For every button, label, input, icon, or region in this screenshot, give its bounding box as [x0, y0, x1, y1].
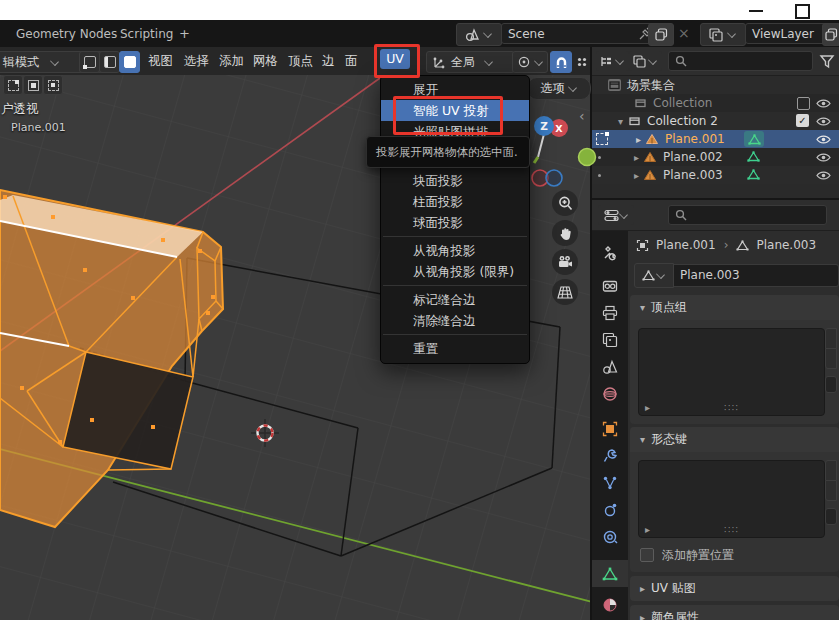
- filter-icon[interactable]: [819, 54, 835, 69]
- menu-item-sphere-projection[interactable]: 球面投影: [381, 212, 529, 233]
- color-attributes-panel-header[interactable]: ▸ 颜色属性: [630, 605, 839, 620]
- outliner-search-input[interactable]: [668, 51, 813, 71]
- select-option-extend-button[interactable]: [23, 75, 43, 95]
- scene-type-dropdown[interactable]: [456, 23, 502, 46]
- mesh-data-icon[interactable]: [747, 169, 760, 180]
- eye-icon[interactable]: [816, 134, 831, 145]
- select-option-set-button[interactable]: [3, 75, 23, 95]
- outliner-row-plane-002[interactable]: ▸ Plane.002: [592, 148, 839, 166]
- breadcrumb-data[interactable]: Plane.003: [756, 238, 816, 252]
- add-shape-key-button[interactable]: [825, 460, 837, 481]
- disclosure-open-icon[interactable]: ▾: [618, 116, 623, 127]
- remove-vertex-group-button[interactable]: [825, 348, 837, 369]
- vertex-select-mode-button[interactable]: [79, 51, 100, 73]
- mesh-datablock-dropdown[interactable]: [634, 263, 674, 288]
- menu-item-clear-seam[interactable]: 清除缝合边: [381, 310, 529, 331]
- maximize-button[interactable]: [795, 4, 810, 19]
- snap-toggle-button[interactable]: [550, 51, 572, 73]
- menu-item-mark-seam[interactable]: 标记缝合边: [381, 289, 529, 310]
- tab-view-layer[interactable]: [592, 326, 628, 353]
- minimize-button[interactable]: [749, 10, 763, 12]
- disclosure-icon[interactable]: ▸: [634, 170, 639, 181]
- tab-scripting[interactable]: Scripting: [120, 27, 173, 41]
- menu-vertex[interactable]: 顶点: [288, 53, 313, 70]
- vertex-groups-header[interactable]: ▾ 顶点组: [630, 295, 839, 320]
- menu-face[interactable]: 面: [345, 53, 358, 70]
- remove-shape-key-button[interactable]: [825, 480, 837, 501]
- sidebar-collapse-arrow[interactable]: ‹: [579, 108, 585, 124]
- outliner-row-scene-collection[interactable]: 场景集合: [592, 76, 839, 94]
- menu-item-project-from-view[interactable]: 从视角投影: [381, 240, 529, 261]
- scene-new-copy-button[interactable]: [648, 23, 674, 46]
- shape-key-specials-button[interactable]: [825, 508, 837, 525]
- add-rest-position-checkbox[interactable]: [640, 548, 654, 562]
- outliner-row-collection-2[interactable]: ▾ Collection 2 ✓: [592, 112, 839, 130]
- menu-item-reset[interactable]: 重置: [381, 338, 529, 359]
- menu-view[interactable]: 视图: [148, 53, 173, 70]
- pivot-point-dropdown[interactable]: [512, 51, 548, 73]
- menu-select[interactable]: 选择: [184, 53, 209, 70]
- mesh-data-icon-active[interactable]: [744, 131, 764, 147]
- tab-physics[interactable]: [592, 496, 628, 523]
- menu-item-cylinder-projection[interactable]: 柱面投影: [381, 191, 529, 212]
- shape-keys-header[interactable]: ▾ 形态键: [630, 427, 839, 452]
- disclosure-icon[interactable]: ▸: [634, 152, 639, 163]
- zoom-view-button[interactable]: [552, 190, 578, 216]
- tab-render[interactable]: [592, 272, 628, 299]
- viewlayer-type-dropdown[interactable]: [700, 23, 746, 46]
- outliner-row-plane-001[interactable]: ▸ Plane.001: [592, 130, 839, 148]
- add-vertex-group-button[interactable]: [825, 328, 837, 349]
- list-resize-grip[interactable]: ···· ····: [724, 526, 739, 534]
- vertex-group-specials-button[interactable]: [825, 376, 837, 393]
- edge-select-mode-button[interactable]: [99, 51, 120, 73]
- menu-uv[interactable]: UV: [380, 49, 410, 69]
- tab-output[interactable]: [592, 299, 628, 326]
- eye-icon[interactable]: [816, 152, 831, 163]
- proportional-editing-button[interactable]: [572, 51, 592, 73]
- add-workspace-tab[interactable]: +: [179, 26, 190, 41]
- camera-view-button[interactable]: [552, 249, 578, 275]
- list-expand-icon[interactable]: ▸: [645, 402, 650, 413]
- scene-name-field[interactable]: Scene: [501, 23, 659, 44]
- transform-orientation-dropdown[interactable]: 全局: [426, 51, 515, 73]
- mesh-data-icon[interactable]: [747, 151, 760, 162]
- menu-edge[interactable]: 边: [322, 53, 335, 70]
- eye-icon[interactable]: [816, 170, 831, 181]
- outliner-row-collection[interactable]: Collection: [592, 94, 839, 112]
- menu-add[interactable]: 添加: [219, 53, 244, 70]
- eye-icon[interactable]: [816, 98, 831, 109]
- menu-item-cube-projection[interactable]: 块面投影: [381, 170, 529, 191]
- tab-world[interactable]: [592, 380, 628, 407]
- navigation-gizmo[interactable]: X Z: [525, 100, 605, 200]
- add-rest-position-row[interactable]: 添加静置位置: [640, 544, 839, 566]
- tab-scene[interactable]: [592, 353, 628, 380]
- disclosure-icon[interactable]: ▸: [636, 134, 641, 145]
- menu-item-smart-uv-project[interactable]: 智能 UV 投射: [381, 100, 529, 121]
- exclude-checkbox-checked[interactable]: ✓: [796, 114, 809, 127]
- face-select-mode-button[interactable]: [119, 51, 140, 73]
- editor-type-dropdown[interactable]: [598, 205, 634, 225]
- properties-search-input[interactable]: [668, 205, 827, 225]
- tab-tool[interactable]: [592, 239, 628, 266]
- breadcrumb-object[interactable]: Plane.001: [656, 238, 716, 252]
- options-dropdown[interactable]: 选项: [527, 77, 591, 100]
- tab-particles[interactable]: [592, 469, 628, 496]
- mesh-name-field[interactable]: Plane.003: [674, 264, 839, 287]
- display-mode-dropdown[interactable]: [629, 51, 662, 71]
- viewlayer-name-field[interactable]: ViewLayer: [745, 23, 833, 44]
- tab-material[interactable]: [592, 591, 628, 618]
- select-option-subtract-button[interactable]: [43, 75, 63, 95]
- viewlayer-new-button[interactable]: [822, 23, 839, 46]
- outliner-row-plane-003[interactable]: ▸ Plane.003: [592, 166, 839, 184]
- eye-icon[interactable]: [816, 116, 831, 127]
- tab-object-data[interactable]: [592, 560, 628, 587]
- editor-type-dropdown[interactable]: [596, 51, 629, 71]
- tab-object[interactable]: [592, 415, 628, 442]
- pan-view-button[interactable]: [552, 220, 578, 246]
- uv-maps-panel-header[interactable]: ▸ UV 贴图: [630, 576, 839, 601]
- scene-unlink-button[interactable]: ×: [678, 25, 690, 41]
- list-expand-icon[interactable]: ▸: [645, 524, 650, 535]
- list-resize-grip[interactable]: ···· ····: [724, 404, 739, 412]
- menu-item-unwrap[interactable]: 展开: [381, 79, 529, 100]
- menu-item-project-from-view-bounds[interactable]: 从视角投影 (限界): [381, 261, 529, 282]
